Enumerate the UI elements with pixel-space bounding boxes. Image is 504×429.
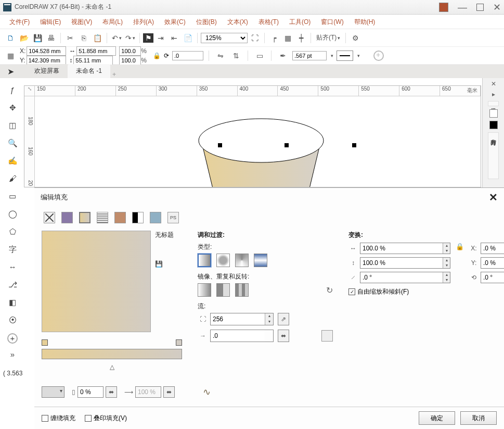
docker-expand-icon[interactable]: ▸ (492, 91, 495, 98)
mirror-v-icon[interactable]: ⇅ (230, 49, 242, 62)
fill-tool-icon[interactable]: + (7, 333, 18, 344)
menu-edit[interactable]: 编辑(E) (35, 15, 66, 29)
redo-icon[interactable]: ↷▾ (124, 32, 136, 44)
cut-icon[interactable]: ✂ (64, 32, 76, 44)
fill-skew[interactable] (360, 272, 443, 283)
text-tool-icon[interactable]: 字 (7, 245, 18, 256)
paste-icon[interactable]: 📋 (91, 32, 104, 44)
new-icon[interactable]: 🗋 (4, 32, 17, 44)
full-screen-icon[interactable]: ⛶ (249, 32, 261, 44)
options-icon[interactable]: ⚙ (349, 32, 361, 44)
export-icon[interactable]: ⇤ (168, 32, 180, 44)
ruler-origin[interactable]: ⤡ (24, 86, 35, 96)
color-swatch-black[interactable] (489, 121, 498, 129)
add-tab-button[interactable]: + (112, 71, 116, 78)
menu-window[interactable]: 窗口(W) (316, 15, 348, 29)
menu-arrange[interactable]: 排列(A) (128, 15, 159, 29)
transparency-lock-icon[interactable]: ⬌ (106, 386, 117, 398)
fill-bitmap-pattern-tab[interactable] (114, 212, 126, 223)
save-icon[interactable]: 💾 (31, 32, 44, 44)
show-guidelines-icon[interactable]: ┿ (295, 32, 307, 44)
line-style-picker[interactable] (337, 51, 353, 61)
minimize-button[interactable] (458, 4, 467, 11)
overprint-fill-checkbox[interactable] (85, 415, 92, 422)
ellipse-tool-icon[interactable]: ◯ (7, 209, 18, 221)
copy-icon[interactable]: ⎘ (77, 32, 90, 44)
maximize-button[interactable] (476, 4, 484, 11)
hints-docker-tab[interactable]: 提示 (488, 101, 499, 106)
free-scale-checkbox[interactable]: ✓ (348, 288, 355, 295)
elliptical-fountain-button[interactable] (216, 254, 230, 267)
gradient-slider[interactable]: △ (42, 339, 182, 365)
fill-width[interactable] (360, 243, 443, 254)
open-icon[interactable]: 📂 (18, 32, 30, 44)
fountain-steps[interactable] (211, 313, 265, 325)
publish-pdf-icon[interactable]: 📄 (182, 32, 194, 44)
fill-texture-tab[interactable] (150, 212, 161, 223)
docker-close-icon[interactable]: ✕ (491, 80, 496, 87)
edge-offset[interactable] (211, 330, 265, 342)
dimension-tool-icon[interactable]: ↔ (7, 262, 18, 274)
undo-icon[interactable]: ↶▾ (110, 32, 123, 44)
user-avatar[interactable] (439, 3, 448, 12)
repeat-blend-button[interactable] (235, 283, 249, 297)
rectangle-tool-icon[interactable]: ▭ (7, 192, 18, 203)
import-icon[interactable]: ⇥ (154, 32, 167, 44)
search-content-icon[interactable]: ⚑ (143, 33, 153, 43)
curve-tool-icon[interactable]: ✍ (7, 156, 18, 168)
menu-table[interactable]: 表格(T) (253, 15, 284, 29)
ok-button[interactable]: 确定 (419, 411, 455, 425)
selection-handle[interactable] (218, 143, 222, 147)
rotation-angle[interactable] (172, 51, 203, 60)
snap-menu[interactable]: 贴齐(T) ▾ (314, 32, 342, 44)
cup-shape[interactable] (191, 112, 337, 187)
outline-width[interactable] (292, 51, 327, 60)
menu-help[interactable]: 帮助(H) (349, 15, 381, 29)
add-preset-icon[interactable] (373, 51, 384, 61)
object-width[interactable] (76, 46, 116, 56)
pick-tool-icon[interactable]: ➤ (7, 67, 14, 77)
effects-tool-icon[interactable]: ◧ (7, 298, 18, 309)
selection-handle[interactable] (352, 143, 356, 147)
scale-x[interactable] (119, 46, 141, 56)
conical-fountain-button[interactable] (235, 254, 249, 267)
menu-layout[interactable]: 布局(L) (97, 15, 128, 29)
linear-fountain-button[interactable] (198, 254, 211, 267)
fill-y-offset[interactable] (481, 258, 504, 268)
fill-none-tab[interactable] (44, 212, 55, 223)
default-blend-button[interactable] (198, 283, 211, 297)
menu-bitmap[interactable]: 位图(B) (191, 15, 222, 29)
reverse-fill-icon[interactable]: ↻ (326, 285, 333, 295)
gradient-node-start[interactable] (42, 339, 48, 346)
show-grid-icon[interactable]: ▦ (281, 32, 294, 44)
to-front-icon[interactable]: ▭ (253, 49, 266, 62)
node-transparency[interactable] (77, 386, 104, 398)
midpoint-marker[interactable]: △ (110, 363, 114, 371)
fill-vector-pattern-tab[interactable] (97, 212, 108, 223)
smooth-icon[interactable]: ∿ (203, 386, 211, 398)
gradient-bar[interactable] (42, 349, 182, 359)
fill-rotate[interactable] (481, 272, 504, 283)
connector-tool-icon[interactable]: ⎇ (7, 280, 18, 292)
scale-y[interactable] (119, 56, 141, 65)
fill-height[interactable] (360, 258, 443, 268)
lock-transform-icon[interactable]: 🔒 (456, 243, 464, 250)
fill-two-color-tab[interactable] (132, 212, 144, 223)
mirror-h-icon[interactable]: ⇋ (214, 49, 227, 62)
artistic-media-icon[interactable]: 🖌 (7, 174, 18, 185)
align-docker-tab[interactable]: 对齐与分布 (488, 132, 499, 179)
object-height[interactable] (73, 56, 113, 65)
swap-colors-icon[interactable] (321, 330, 333, 342)
save-preset-icon[interactable]: 💾 (155, 260, 174, 268)
zoom-level[interactable]: 125% (201, 33, 248, 43)
mirror-blend-button[interactable] (216, 283, 230, 297)
acceleration-icon[interactable]: ⇗ (278, 313, 289, 325)
fill-x-offset[interactable] (481, 243, 504, 254)
show-rulers-icon[interactable]: ┍ (268, 32, 280, 44)
menu-file[interactable]: 文件(F) (4, 15, 35, 29)
fill-preview[interactable] (42, 231, 151, 332)
rectangular-fountain-button[interactable] (254, 254, 267, 267)
fill-uniform-tab[interactable] (61, 212, 73, 223)
menu-tools[interactable]: 工具(O) (284, 15, 316, 29)
outline-pen-icon[interactable]: ✒ (277, 49, 289, 62)
